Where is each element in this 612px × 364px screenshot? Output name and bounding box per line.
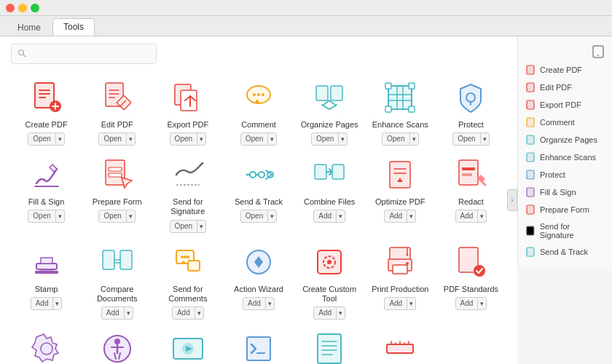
edit-pdf-action-arrow[interactable]: ▾ <box>127 132 135 146</box>
sidebar-item-organize-pages[interactable]: Organize Pages <box>518 131 612 149</box>
create-pdf-action-arrow[interactable]: ▾ <box>56 132 64 146</box>
tool-item-optimize-pdf[interactable]: Optimize PDFAdd▾ <box>365 150 436 237</box>
protect-action-arrow[interactable]: ▾ <box>481 132 489 146</box>
svg-rect-95 <box>527 118 534 127</box>
sidebar-item-comment[interactable]: Comment <box>518 114 612 131</box>
create-custom-tool-action-button[interactable]: Add▾ <box>313 306 345 320</box>
optimize-pdf-action-arrow[interactable]: ▾ <box>407 210 415 223</box>
tool-item-action-wizard[interactable]: Action WizardAdd▾ <box>223 237 294 324</box>
sidebar-item-export-pdf[interactable]: Export PDF <box>518 96 612 114</box>
sidebar-item-prepare-form[interactable]: Prepare Form <box>518 201 612 218</box>
send-comments-action-button[interactable]: Add▾ <box>172 306 204 320</box>
action-wizard-action-button[interactable]: Add▾ <box>243 297 275 310</box>
tool-item-comment[interactable]: CommentOpen▾ <box>223 73 294 150</box>
stamp-icon <box>28 243 66 281</box>
sidebar-item-send-track[interactable]: Send & Track <box>518 243 612 261</box>
comment-action-arrow[interactable]: ▾ <box>268 132 276 146</box>
pdf-standards-action-button[interactable]: Add▾ <box>455 297 487 310</box>
tool-item-send-comments[interactable]: Send for CommentsAdd▾ <box>152 237 223 324</box>
enhance-scans-action-button[interactable]: Open▾ <box>382 132 418 146</box>
tool-item-stamp[interactable]: StampAdd▾ <box>11 237 82 324</box>
search-input[interactable] <box>30 49 150 59</box>
redact-action-arrow[interactable]: ▾ <box>478 210 486 223</box>
compare-documents-action-button[interactable]: Add▾ <box>101 306 133 320</box>
export-pdf-action-arrow[interactable]: ▾ <box>197 132 205 146</box>
prepare-form-action-arrow[interactable]: ▾ <box>127 210 135 223</box>
svg-rect-99 <box>527 188 534 197</box>
tool-item-compare-documents[interactable]: Compare DocumentsAdd▾ <box>82 237 152 324</box>
combine-files-icon <box>310 156 348 194</box>
tab-home[interactable]: Home <box>7 20 51 36</box>
send-track-action-arrow[interactable]: ▾ <box>268 210 276 223</box>
export-pdf-action-button[interactable]: Open▾ <box>170 132 206 146</box>
tool-item-send-signature[interactable]: Send for SignatureOpen▾ <box>152 150 223 237</box>
tool-item-redact[interactable]: RedactAdd▾ <box>436 150 506 237</box>
svg-rect-45 <box>459 160 478 185</box>
tool-item-fill-sign[interactable]: Fill & SignOpen▾ <box>11 150 82 237</box>
fill-sign-action-label: Open <box>28 210 55 223</box>
print-production-action-arrow[interactable]: ▾ <box>407 297 415 310</box>
tool-grid: Create PDFOpen▾ Edit PDFOpen▾ Export PDF… <box>11 73 506 364</box>
maximize-button[interactable] <box>31 4 39 12</box>
tool-item-index[interactable]: IndexAdd▾ <box>294 324 365 364</box>
sidebar-item-create-pdf[interactable]: Create PDF <box>518 61 612 79</box>
sidebar-item-edit-pdf[interactable]: Edit PDF <box>518 79 612 96</box>
create-custom-tool-action-arrow[interactable]: ▾ <box>337 306 345 320</box>
enhance-scans-action-arrow[interactable]: ▾ <box>410 132 418 146</box>
tool-item-accessibility[interactable]: AccessibilityAdd▾ <box>82 324 152 364</box>
sidebar-item-protect[interactable]: Protect <box>518 166 612 183</box>
organize-pages-action-button[interactable]: Open▾ <box>311 132 348 146</box>
redact-action-button[interactable]: Add▾ <box>455 210 487 223</box>
organize-pages-action-arrow[interactable]: ▾ <box>339 132 347 146</box>
tool-item-javascript[interactable]: JavaScriptAdd▾ <box>223 324 294 364</box>
combine-files-action-arrow[interactable]: ▾ <box>337 210 345 223</box>
edit-pdf-action-button[interactable]: Open▾ <box>98 132 135 146</box>
action-wizard-action-arrow[interactable]: ▾ <box>266 297 274 310</box>
sidebar-item-send-signature[interactable]: Send for Signature <box>518 218 612 243</box>
send-comments-action-arrow[interactable]: ▾ <box>195 306 203 320</box>
tool-item-certificates[interactable]: CertificatesAdd▾ <box>11 324 82 364</box>
tool-item-export-pdf[interactable]: Export PDFOpen▾ <box>152 73 223 150</box>
tool-item-combine-files[interactable]: Combine FilesAdd▾ <box>294 150 365 237</box>
combine-files-action-button[interactable]: Add▾ <box>313 210 345 223</box>
tool-item-enhance-scans[interactable]: Enhance ScansOpen▾ <box>365 73 436 150</box>
optimize-pdf-action-button[interactable]: Add▾ <box>384 210 416 223</box>
tool-item-measure[interactable]: MeasureAdd▾ <box>365 324 436 364</box>
send-signature-action-button[interactable]: Open▾ <box>170 220 206 233</box>
svg-rect-84 <box>387 344 413 353</box>
content-area: Create PDFOpen▾ Edit PDFOpen▾ Export PDF… <box>0 36 517 364</box>
tool-item-protect[interactable]: ProtectOpen▾ <box>436 73 506 150</box>
minimize-button[interactable] <box>18 4 27 12</box>
svg-rect-101 <box>527 226 534 235</box>
protect-action-button[interactable]: Open▾ <box>452 132 489 146</box>
search-bar[interactable] <box>11 44 157 64</box>
send-track-action-button[interactable]: Open▾ <box>240 210 277 223</box>
tool-item-send-track[interactable]: Send & TrackOpen▾ <box>223 150 294 237</box>
tool-item-create-pdf[interactable]: Create PDFOpen▾ <box>11 73 82 150</box>
fill-sign-action-button[interactable]: Open▾ <box>28 210 64 223</box>
close-button[interactable] <box>6 4 15 12</box>
tool-item-organize-pages[interactable]: Organize PagesOpen▾ <box>294 73 365 150</box>
tool-item-rich-media[interactable]: Rich MediaAdd▾ <box>152 324 223 364</box>
tool-item-create-custom-tool[interactable]: Create Custom ToolAdd▾ <box>294 237 365 324</box>
tool-item-pdf-standards[interactable]: PDF StandardsAdd▾ <box>436 237 506 324</box>
svg-point-62 <box>327 260 332 264</box>
tool-item-prepare-form[interactable]: Prepare FormOpen▾ <box>82 150 152 237</box>
compare-documents-action-arrow[interactable]: ▾ <box>125 306 133 320</box>
sidebar-collapse-button[interactable]: › <box>507 189 517 211</box>
svg-rect-102 <box>527 248 534 256</box>
sidebar-item-fill-sign[interactable]: Fill & Sign <box>518 183 612 201</box>
send-signature-action-arrow[interactable]: ▾ <box>197 220 205 233</box>
stamp-action-button[interactable]: Add▾ <box>31 297 63 310</box>
sidebar-item-enhance-scans[interactable]: Enhance Scans <box>518 149 612 166</box>
print-production-action-button[interactable]: Add▾ <box>384 297 416 310</box>
tool-item-edit-pdf[interactable]: Edit PDFOpen▾ <box>82 73 152 150</box>
tool-item-print-production[interactable]: Print ProductionAdd▾ <box>365 237 436 324</box>
comment-action-button[interactable]: Open▾ <box>240 132 277 146</box>
tab-tools[interactable]: Tools <box>52 18 95 36</box>
create-pdf-action-button[interactable]: Open▾ <box>28 132 64 146</box>
pdf-standards-action-arrow[interactable]: ▾ <box>478 297 486 310</box>
prepare-form-action-button[interactable]: Open▾ <box>98 210 135 223</box>
stamp-action-arrow[interactable]: ▾ <box>53 297 61 310</box>
fill-sign-action-arrow[interactable]: ▾ <box>56 210 64 223</box>
